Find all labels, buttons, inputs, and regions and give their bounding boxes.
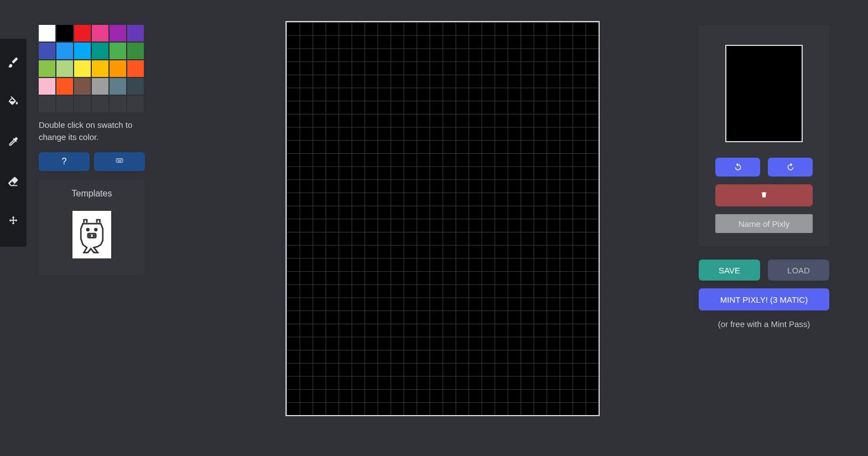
svg-rect-3: [119, 159, 119, 160]
color-swatch-2[interactable]: [74, 25, 91, 42]
left-panel: Double click on swatch to change its col…: [39, 25, 145, 275]
svg-point-10: [89, 235, 90, 236]
canvas[interactable]: [285, 21, 600, 416]
svg-rect-0: [116, 158, 123, 162]
redo-icon: [786, 162, 795, 173]
svg-rect-2: [118, 159, 119, 160]
color-swatch-10[interactable]: [110, 43, 126, 59]
color-swatch-22[interactable]: [110, 78, 126, 95]
color-swatch-9[interactable]: [92, 43, 108, 59]
svg-point-7: [87, 229, 89, 231]
color-swatch-12[interactable]: [39, 60, 55, 77]
redo-button[interactable]: [768, 158, 813, 177]
color-swatch-4[interactable]: [110, 25, 126, 42]
trash-icon: [760, 190, 768, 201]
color-swatch-6[interactable]: [39, 43, 55, 59]
color-swatch-27[interactable]: [92, 96, 108, 112]
color-swatch-18[interactable]: [39, 78, 55, 95]
svg-rect-1: [117, 159, 118, 160]
color-swatch-15[interactable]: [92, 60, 108, 77]
help-button[interactable]: ?: [39, 152, 90, 171]
color-swatch-23[interactable]: [127, 78, 144, 95]
eyedropper-icon: [7, 136, 19, 150]
templates-title: Templates: [45, 189, 138, 199]
brush-icon: [7, 56, 19, 70]
svg-point-11: [93, 235, 95, 236]
swatch-hint: Double click on swatch to change its col…: [39, 119, 145, 143]
name-input[interactable]: [715, 214, 813, 233]
color-swatch-19[interactable]: [56, 78, 73, 95]
undo-button[interactable]: [715, 158, 760, 177]
color-swatch-14[interactable]: [74, 60, 91, 77]
preview-card: [699, 25, 829, 246]
delete-button[interactable]: [715, 184, 813, 206]
color-swatch-20[interactable]: [74, 78, 91, 95]
color-swatch-21[interactable]: [92, 78, 108, 95]
move-tool[interactable]: [0, 203, 27, 242]
canvas-grid: [287, 22, 599, 415]
color-swatches: [39, 25, 145, 112]
color-swatch-11[interactable]: [127, 43, 144, 59]
color-swatch-13[interactable]: [56, 60, 73, 77]
color-swatch-5[interactable]: [127, 25, 144, 42]
keyboard-shortcuts-button[interactable]: [94, 152, 145, 171]
eraser-tool[interactable]: [0, 163, 27, 203]
color-swatch-1[interactable]: [56, 25, 73, 42]
svg-rect-6: [118, 160, 121, 161]
svg-rect-4: [120, 159, 121, 160]
template-thumb[interactable]: [71, 210, 112, 260]
color-swatch-3[interactable]: [92, 25, 108, 42]
color-swatch-24[interactable]: [39, 96, 55, 112]
brush-tool[interactable]: [0, 43, 27, 83]
undo-redo-row: [715, 158, 813, 177]
svg-rect-5: [121, 159, 122, 160]
move-icon: [7, 215, 19, 230]
save-button[interactable]: SAVE: [699, 260, 760, 281]
eyedropper-tool[interactable]: [0, 123, 27, 163]
helper-row: ?: [39, 152, 145, 171]
svg-point-8: [95, 229, 97, 231]
eraser-icon: [7, 175, 19, 190]
color-swatch-8[interactable]: [74, 43, 91, 59]
fill-icon: [7, 96, 19, 110]
color-swatch-0[interactable]: [39, 25, 55, 42]
fill-tool[interactable]: [0, 83, 27, 123]
undo-icon: [734, 162, 742, 173]
mint-note: (or free with a Mint Pass): [718, 319, 810, 329]
color-swatch-29[interactable]: [127, 96, 144, 112]
color-swatch-28[interactable]: [110, 96, 126, 112]
color-swatch-17[interactable]: [127, 60, 144, 77]
color-swatch-16[interactable]: [110, 60, 126, 77]
color-swatch-25[interactable]: [56, 96, 73, 112]
keyboard-icon: [115, 157, 124, 167]
color-swatch-7[interactable]: [56, 43, 73, 59]
templates-card: Templates: [39, 180, 145, 275]
save-load-row: SAVE LOAD: [699, 260, 829, 281]
pig-template-icon: [75, 215, 108, 255]
tool-sidebar: [0, 39, 27, 247]
right-panel: SAVE LOAD MINT PIXLY! (3 MATIC) (or free…: [699, 25, 829, 329]
color-swatch-26[interactable]: [74, 96, 91, 112]
load-button[interactable]: LOAD: [768, 260, 829, 281]
mint-button[interactable]: MINT PIXLY! (3 MATIC): [699, 288, 829, 310]
preview-box: [725, 45, 803, 142]
